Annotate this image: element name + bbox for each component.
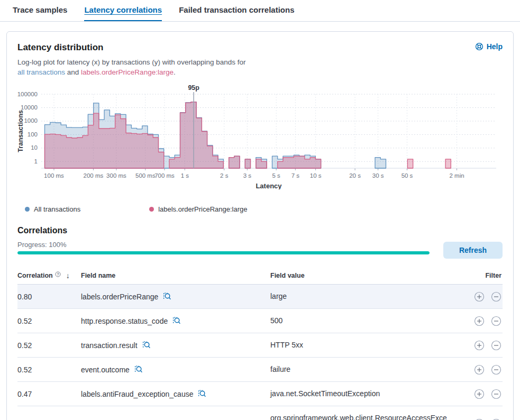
filter-exclude-button[interactable]	[491, 316, 501, 326]
table-row: 0.52event.outcomefailure	[17, 358, 503, 382]
filter-include-button[interactable]	[474, 316, 485, 326]
sort-descending-icon: ↓	[66, 271, 70, 280]
svg-text:20 s: 20 s	[349, 172, 361, 179]
svg-text:1000: 1000	[24, 117, 38, 124]
field-name: transaction.result	[81, 341, 138, 350]
refresh-button[interactable]: Refresh	[443, 242, 503, 259]
svg-text:200 ms: 200 ms	[84, 172, 104, 179]
filter-include-button[interactable]	[474, 389, 485, 399]
inspect-field-icon[interactable]	[134, 365, 143, 374]
field-name: labels.antiFraud_exception_cause	[81, 390, 193, 398]
legend-dot-blue	[25, 207, 30, 212]
inspect-field-icon[interactable]	[197, 389, 206, 398]
correlation-value: 0.52	[17, 366, 81, 374]
panel-title: Latency distribution	[17, 42, 103, 53]
table-row: 0.47labels.antiFraud_exceptionorg.spring…	[17, 406, 503, 420]
svg-text:10 s: 10 s	[310, 172, 322, 179]
legend-dot-pink	[149, 207, 154, 212]
svg-text:Transactions: Transactions	[17, 110, 24, 152]
svg-text:Latency: Latency	[256, 182, 282, 189]
help-link[interactable]: Help	[475, 42, 503, 51]
latency-distribution-chart[interactable]: 110100100010000100000100 ms200 ms300 ms5…	[17, 85, 503, 191]
svg-text:?: ?	[57, 272, 59, 276]
all-transactions-link[interactable]: all transactions	[17, 68, 65, 76]
latency-correlations-panel: Latency distribution Help Log-log plot f…	[6, 31, 514, 420]
column-correlation[interactable]: Correlation ? ↓	[17, 271, 81, 280]
correlation-value: 0.47	[17, 390, 81, 398]
inspect-field-icon[interactable]	[162, 292, 171, 301]
filter-include-button[interactable]	[474, 340, 485, 351]
help-label: Help	[487, 42, 503, 51]
inspect-field-icon[interactable]	[142, 341, 151, 350]
filter-include-button[interactable]	[474, 291, 485, 302]
progress-label: Progress: 100%	[17, 241, 430, 249]
correlations-heading: Correlations	[17, 226, 503, 235]
column-field-name: Field name	[81, 272, 270, 279]
tab-trace-samples[interactable]: Trace samples	[13, 5, 67, 21]
correlations-table: Correlation ? ↓ Field name Field value F…	[17, 268, 503, 420]
legend-all-transactions[interactable]: All transactions	[25, 205, 80, 213]
svg-text:5 s: 5 s	[272, 172, 281, 179]
svg-text:95p: 95p	[188, 85, 199, 92]
correlation-value: 0.52	[17, 317, 81, 325]
svg-text:2 s: 2 s	[220, 172, 229, 179]
filter-exclude-button[interactable]	[491, 340, 501, 351]
filter-include-button[interactable]	[474, 364, 485, 375]
svg-text:30 s: 30 s	[372, 172, 384, 179]
progress-bar	[17, 251, 430, 254]
table-row: 0.52http.response.status_code500	[17, 309, 503, 333]
chart-description-line1: Log-log plot for latency (x) by transact…	[17, 57, 503, 67]
legend-label: labels.orderPriceRange:large	[158, 205, 247, 213]
table-row: 0.47labels.antiFraud_exception_causejava…	[17, 382, 503, 406]
tab-failed-transaction-correlations[interactable]: Failed transaction correlations	[179, 5, 294, 21]
tab-latency-correlations[interactable]: Latency correlations	[84, 5, 162, 21]
svg-text:300 ms: 300 ms	[106, 172, 126, 179]
svg-text:50 s: 50 s	[402, 172, 413, 179]
column-filter: Filter	[454, 272, 503, 279]
chart-description: Log-log plot for latency (x) by transact…	[17, 57, 503, 77]
field-value: large	[270, 291, 454, 302]
help-icon	[475, 42, 483, 51]
field-value: failure	[270, 364, 454, 375]
svg-text:700 ms: 700 ms	[154, 172, 175, 179]
filter-exclude-button[interactable]	[491, 291, 501, 302]
table-row: 0.80labels.orderPriceRangelarge	[17, 285, 503, 309]
svg-text:10: 10	[31, 144, 38, 151]
order-price-range-link[interactable]: labels.orderPriceRange:large	[81, 68, 174, 76]
and-text: and	[65, 68, 81, 76]
progress-row: Progress: 100% Refresh	[17, 241, 503, 259]
svg-text:1: 1	[34, 158, 38, 165]
period-text: .	[174, 68, 176, 76]
field-name: http.response.status_code	[81, 317, 168, 325]
inspect-field-icon[interactable]	[172, 316, 181, 325]
legend-label: All transactions	[34, 205, 80, 213]
field-value: java.net.SocketTimeoutException	[270, 388, 454, 399]
svg-text:100 ms: 100 ms	[44, 172, 64, 179]
svg-text:2 min: 2 min	[449, 172, 464, 179]
chart-description-line2: all transactions and labels.orderPriceRa…	[17, 67, 503, 77]
question-in-circle-icon[interactable]: ?	[55, 271, 61, 277]
field-value: HTTP 5xx	[270, 340, 454, 351]
correlation-header-label: Correlation	[17, 272, 53, 279]
field-name: event.outcome	[81, 366, 130, 374]
table-row: 0.52transaction.resultHTTP 5xx	[17, 333, 503, 358]
table-header: Correlation ? ↓ Field name Field value F…	[17, 268, 503, 285]
svg-text:1 s: 1 s	[181, 172, 189, 179]
field-value: 500	[270, 315, 454, 326]
svg-text:500 ms: 500 ms	[135, 172, 156, 179]
chart-legend: All transactions labels.orderPriceRange:…	[25, 205, 503, 213]
column-field-value: Field value	[270, 272, 454, 279]
filter-exclude-button[interactable]	[491, 389, 501, 399]
filter-exclude-button[interactable]	[491, 364, 501, 375]
svg-text:100: 100	[28, 131, 38, 138]
field-value: org.springframework.web.client.ResourceA…	[270, 413, 454, 420]
tabs-bar: Trace samples Latency correlations Faile…	[0, 0, 520, 22]
svg-text:10000: 10000	[21, 104, 38, 111]
correlation-value: 0.52	[17, 341, 81, 350]
field-name: labels.orderPriceRange	[81, 293, 158, 301]
correlation-value: 0.80	[17, 293, 81, 301]
svg-text:7 s: 7 s	[291, 172, 300, 179]
legend-order-price-range[interactable]: labels.orderPriceRange:large	[149, 205, 247, 213]
svg-text:3 s: 3 s	[243, 172, 252, 179]
svg-text:100000: 100000	[17, 91, 38, 97]
